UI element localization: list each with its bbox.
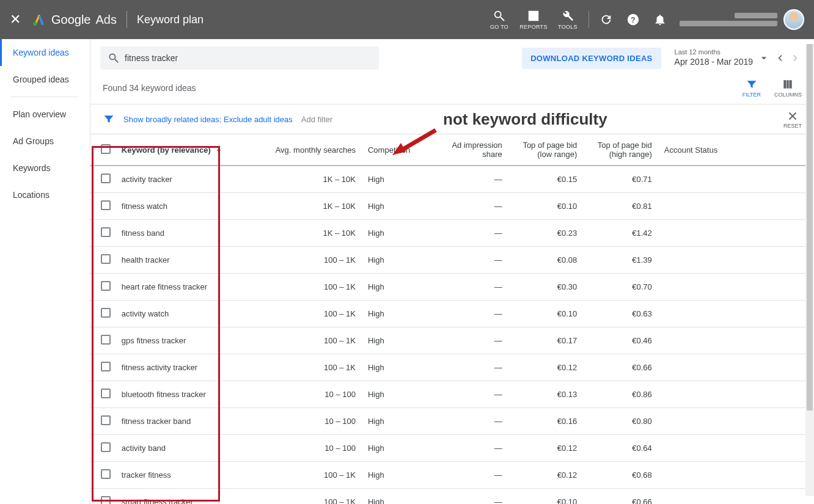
cell-competition: High [362,166,436,193]
svg-point-0 [34,22,37,26]
cell-high: €0.81 [583,193,658,220]
logo: Google Ads [32,12,117,27]
sort-down-icon [215,145,223,154]
cell-keyword: health tracker [116,247,253,274]
download-keyword-ideas-button[interactable]: DOWNLOAD KEYWORD IDEAS [522,48,661,69]
row-checkbox[interactable] [101,308,111,318]
refresh-icon [600,13,613,26]
reports-button[interactable]: REPORTS [516,0,551,39]
search-box[interactable] [100,46,379,70]
table-row[interactable]: fitness tracker band10 – 100High—€0.16€0… [90,408,814,435]
row-checkbox[interactable] [101,469,111,479]
columns-icon [782,78,794,90]
cell-searches: 100 – 1K [252,462,362,489]
col-low[interactable]: Top of page bid (low range) [508,134,583,166]
date-range-label: Last 12 months [675,48,753,57]
date-range-picker[interactable]: Last 12 months Apr 2018 - Mar 2019 [669,47,804,68]
table-row[interactable]: health tracker100 – 1KHigh—€0.08€1.39 [90,247,814,274]
notifications-button[interactable] [647,0,673,39]
row-checkbox[interactable] [101,415,111,425]
row-checkbox[interactable] [101,442,111,452]
cell-low: €0.08 [508,247,583,274]
cell-competition: High [362,220,436,247]
sidebar-item-grouped-ideas[interactable]: Grouped ideas [0,66,90,93]
table-row[interactable]: heart rate fitness tracker100 – 1KHigh—€… [90,274,814,301]
row-checkbox[interactable] [101,335,111,345]
table-row[interactable]: activity band10 – 100High—€0.12€0.64 [90,435,814,462]
dropdown-icon [758,52,770,64]
cell-impression: — [436,354,508,381]
active-filter-link[interactable]: Show broadly related ideas; Exclude adul… [123,115,293,124]
table-row[interactable]: gps fitness tracker100 – 1KHigh—€0.17€0.… [90,327,814,354]
cell-searches: 100 – 1K [252,327,362,354]
filter-icon [103,113,115,125]
row-checkbox[interactable] [101,200,111,210]
row-checkbox[interactable] [101,496,111,504]
table-row[interactable]: tracker fitness100 – 1KHigh—€0.12€0.68 [90,462,814,489]
table-row[interactable]: smart fitness tracker100 – 1KHigh—€0.10€… [90,489,814,505]
reset-filters-button[interactable]: RESET [783,109,802,129]
sidebar-item-locations[interactable]: Locations [0,181,90,208]
columns-tool-button[interactable]: COLUMNS [774,78,802,98]
col-searches[interactable]: Avg. monthly searches [252,134,362,166]
refresh-button[interactable] [593,0,620,39]
main-panel: DOWNLOAD KEYWORD IDEAS Last 12 months Ap… [90,39,814,504]
cell-low: €0.12 [508,354,583,381]
cell-high: €0.63 [583,301,658,327]
cell-low: €0.15 [508,166,583,193]
tools-button[interactable]: TOOLS [551,0,585,39]
table-row[interactable]: bluetooth fitness tracker10 – 100High—€0… [90,381,814,408]
col-impression[interactable]: Ad impression share [436,134,508,166]
close-icon [786,109,799,123]
table-row[interactable]: fitness watch1K – 10KHigh—€0.10€0.81 [90,193,814,220]
cell-status [658,166,814,193]
row-checkbox[interactable] [101,281,111,291]
table-row[interactable]: activity tracker1K – 10KHigh—€0.15€0.71 [90,166,814,193]
sidebar-item-ad-groups[interactable]: Ad Groups [0,128,90,155]
row-checkbox[interactable] [101,254,111,264]
results-table: Keyword (by relevance) Avg. monthly sear… [90,134,814,504]
row-checkbox[interactable] [101,227,111,237]
row-checkbox[interactable] [101,173,111,183]
close-icon[interactable]: ✕ [10,12,21,27]
avatar[interactable] [783,9,804,30]
chevron-left-icon[interactable] [774,52,786,64]
chevron-right-icon[interactable] [790,52,802,64]
goto-button[interactable]: GO TO [482,0,516,39]
cell-searches: 100 – 1K [252,489,362,505]
search-input[interactable] [125,53,372,63]
sidebar-item-keyword-ideas[interactable]: Keyword ideas [0,39,90,66]
help-button[interactable]: ? [620,0,647,39]
scrollbar[interactable] [805,44,814,496]
filter-tool-button[interactable]: FILTER [743,78,761,98]
cell-impression: — [436,220,508,247]
col-keyword[interactable]: Keyword (by relevance) [116,134,253,166]
table-row[interactable]: activity watch100 – 1KHigh—€0.10€0.63 [90,301,814,327]
col-high[interactable]: Top of page bid (high range) [583,134,658,166]
row-checkbox[interactable] [101,362,111,371]
google-ads-logo-icon [32,12,46,27]
cell-high: €0.68 [583,462,658,489]
cell-keyword: heart rate fitness tracker [116,274,253,301]
cell-impression: — [436,462,508,489]
account-info[interactable] [680,13,777,26]
cell-competition: High [362,381,436,408]
filter-icon [746,78,758,90]
cell-high: €0.66 [583,354,658,381]
cell-impression: — [436,435,508,462]
cell-searches: 10 – 100 [252,408,362,435]
sidebar-item-plan-overview[interactable]: Plan overview [0,101,90,128]
sidebar-item-keywords[interactable]: Keywords [0,155,90,181]
col-status[interactable]: Account Status [658,134,814,166]
cell-high: €0.80 [583,408,658,435]
cell-high: €0.46 [583,327,658,354]
table-row[interactable]: fitness band1K – 10KHigh—€0.23€1.42 [90,220,814,247]
cell-competition: High [362,435,436,462]
table-row[interactable]: fitness activity tracker100 – 1KHigh—€0.… [90,354,814,381]
cell-competition: High [362,327,436,354]
cell-keyword: gps fitness tracker [116,327,253,354]
add-filter-button[interactable]: Add filter [301,115,332,124]
select-all-checkbox[interactable] [101,144,111,154]
row-checkbox[interactable] [101,389,111,398]
cell-high: €0.64 [583,435,658,462]
